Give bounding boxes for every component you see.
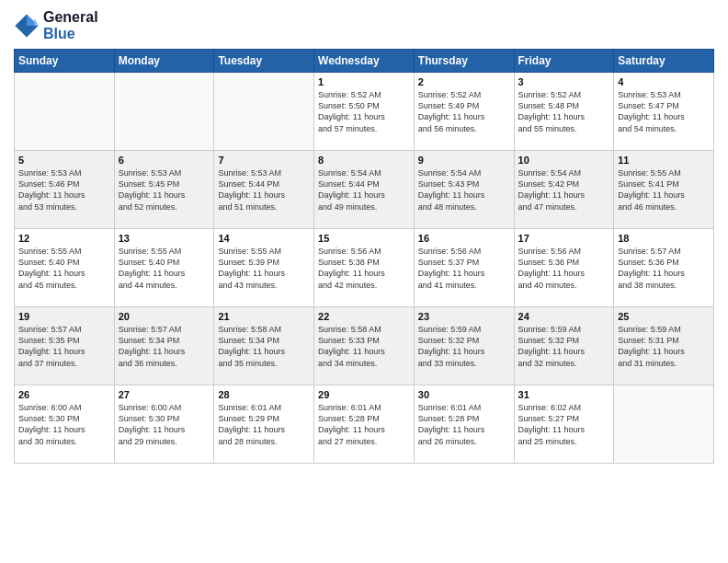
day-info: Sunrise: 5:52 AM Sunset: 5:49 PM Dayligh… [418, 89, 510, 134]
day-number: 10 [518, 155, 610, 166]
day-number: 9 [418, 155, 510, 166]
day-info: Sunrise: 5:54 AM Sunset: 5:42 PM Dayligh… [518, 167, 610, 213]
day-cell: 28Sunrise: 6:01 AM Sunset: 5:29 PM Dayli… [214, 385, 314, 464]
day-number: 29 [318, 389, 410, 400]
day-cell: 26Sunrise: 6:00 AM Sunset: 5:30 PM Dayli… [15, 385, 115, 464]
day-number: 27 [119, 389, 210, 400]
day-cell: 10Sunrise: 5:54 AM Sunset: 5:42 PM Dayli… [514, 151, 614, 229]
day-number: 7 [218, 155, 310, 166]
day-number: 8 [318, 155, 410, 166]
day-number: 16 [418, 233, 510, 244]
day-info: Sunrise: 6:00 AM Sunset: 5:30 PM Dayligh… [18, 402, 110, 447]
day-number: 30 [418, 389, 510, 400]
day-cell: 24Sunrise: 5:59 AM Sunset: 5:32 PM Dayli… [514, 307, 614, 385]
logo-icon [14, 13, 40, 39]
day-number: 6 [119, 155, 210, 166]
day-info: Sunrise: 5:59 AM Sunset: 5:32 PM Dayligh… [518, 324, 610, 369]
day-cell [614, 385, 714, 464]
day-cell: 14Sunrise: 5:55 AM Sunset: 5:39 PM Dayli… [214, 229, 314, 307]
day-info: Sunrise: 5:53 AM Sunset: 5:47 PM Dayligh… [618, 89, 710, 134]
weekday-header-tuesday: Tuesday [214, 50, 314, 73]
day-cell: 3Sunrise: 5:52 AM Sunset: 5:48 PM Daylig… [514, 73, 614, 151]
day-info: Sunrise: 5:59 AM Sunset: 5:32 PM Dayligh… [418, 324, 510, 369]
weekday-header-saturday: Saturday [614, 50, 714, 73]
day-cell [15, 73, 115, 151]
day-cell: 2Sunrise: 5:52 AM Sunset: 5:49 PM Daylig… [414, 73, 514, 151]
day-cell: 7Sunrise: 5:53 AM Sunset: 5:44 PM Daylig… [214, 151, 314, 229]
day-number: 22 [318, 311, 410, 322]
day-info: Sunrise: 5:52 AM Sunset: 5:48 PM Dayligh… [518, 89, 610, 134]
day-cell: 11Sunrise: 5:55 AM Sunset: 5:41 PM Dayli… [614, 151, 714, 229]
logo-text: General Blue [43, 9, 98, 41]
week-row-5: 26Sunrise: 6:00 AM Sunset: 5:30 PM Dayli… [15, 385, 714, 464]
day-info: Sunrise: 5:55 AM Sunset: 5:40 PM Dayligh… [18, 246, 110, 291]
day-number: 28 [218, 389, 310, 400]
day-number: 21 [218, 311, 310, 322]
day-info: Sunrise: 5:57 AM Sunset: 5:34 PM Dayligh… [119, 324, 210, 369]
day-info: Sunrise: 5:53 AM Sunset: 5:46 PM Dayligh… [18, 167, 110, 213]
day-info: Sunrise: 5:58 AM Sunset: 5:33 PM Dayligh… [318, 324, 410, 369]
day-number: 23 [418, 311, 510, 322]
day-number: 3 [518, 76, 610, 87]
day-number: 13 [119, 233, 210, 244]
day-info: Sunrise: 6:01 AM Sunset: 5:28 PM Dayligh… [318, 402, 410, 447]
day-cell: 20Sunrise: 5:57 AM Sunset: 5:34 PM Dayli… [114, 307, 214, 385]
day-cell: 13Sunrise: 5:55 AM Sunset: 5:40 PM Dayli… [114, 229, 214, 307]
week-row-4: 19Sunrise: 5:57 AM Sunset: 5:35 PM Dayli… [15, 307, 714, 385]
day-info: Sunrise: 5:57 AM Sunset: 5:36 PM Dayligh… [618, 246, 710, 291]
day-info: Sunrise: 6:01 AM Sunset: 5:29 PM Dayligh… [218, 402, 310, 447]
day-cell: 8Sunrise: 5:54 AM Sunset: 5:44 PM Daylig… [314, 151, 415, 229]
day-cell [114, 73, 214, 151]
day-info: Sunrise: 5:54 AM Sunset: 5:43 PM Dayligh… [418, 167, 510, 213]
day-number: 12 [18, 233, 110, 244]
day-cell [214, 73, 314, 151]
day-number: 25 [618, 311, 710, 322]
day-info: Sunrise: 5:55 AM Sunset: 5:41 PM Dayligh… [618, 167, 710, 213]
day-info: Sunrise: 5:59 AM Sunset: 5:31 PM Dayligh… [618, 324, 710, 369]
day-cell: 15Sunrise: 5:56 AM Sunset: 5:38 PM Dayli… [314, 229, 415, 307]
day-info: Sunrise: 5:56 AM Sunset: 5:37 PM Dayligh… [418, 246, 510, 291]
day-info: Sunrise: 5:56 AM Sunset: 5:38 PM Dayligh… [318, 246, 410, 291]
day-info: Sunrise: 5:54 AM Sunset: 5:44 PM Dayligh… [318, 167, 410, 213]
page: General Blue SundayMondayTuesdayWednesda… [0, 0, 728, 563]
day-info: Sunrise: 5:53 AM Sunset: 5:45 PM Dayligh… [119, 167, 210, 213]
day-cell: 4Sunrise: 5:53 AM Sunset: 5:47 PM Daylig… [614, 73, 714, 151]
day-number: 24 [518, 311, 610, 322]
day-cell: 27Sunrise: 6:00 AM Sunset: 5:30 PM Dayli… [114, 385, 214, 464]
day-info: Sunrise: 6:01 AM Sunset: 5:28 PM Dayligh… [418, 402, 510, 447]
day-cell: 29Sunrise: 6:01 AM Sunset: 5:28 PM Dayli… [314, 385, 415, 464]
day-cell: 5Sunrise: 5:53 AM Sunset: 5:46 PM Daylig… [15, 151, 115, 229]
day-info: Sunrise: 5:58 AM Sunset: 5:34 PM Dayligh… [218, 324, 310, 369]
day-info: Sunrise: 5:53 AM Sunset: 5:44 PM Dayligh… [218, 167, 310, 213]
weekday-header-monday: Monday [114, 50, 214, 73]
header: General Blue [14, 9, 714, 41]
day-number: 19 [18, 311, 110, 322]
day-cell: 31Sunrise: 6:02 AM Sunset: 5:27 PM Dayli… [514, 385, 614, 464]
day-number: 26 [18, 389, 110, 400]
svg-marker-2 [34, 17, 38, 25]
day-number: 5 [18, 155, 110, 166]
weekday-header-sunday: Sunday [15, 50, 115, 73]
day-info: Sunrise: 6:00 AM Sunset: 5:30 PM Dayligh… [119, 402, 210, 447]
day-number: 15 [318, 233, 410, 244]
day-info: Sunrise: 5:55 AM Sunset: 5:39 PM Dayligh… [218, 246, 310, 291]
weekday-header-wednesday: Wednesday [314, 50, 415, 73]
day-number: 2 [418, 76, 510, 87]
day-cell: 12Sunrise: 5:55 AM Sunset: 5:40 PM Dayli… [15, 229, 115, 307]
day-info: Sunrise: 5:56 AM Sunset: 5:36 PM Dayligh… [518, 246, 610, 291]
day-cell: 18Sunrise: 5:57 AM Sunset: 5:36 PM Dayli… [614, 229, 714, 307]
day-cell: 17Sunrise: 5:56 AM Sunset: 5:36 PM Dayli… [514, 229, 614, 307]
day-cell: 21Sunrise: 5:58 AM Sunset: 5:34 PM Dayli… [214, 307, 314, 385]
calendar: SundayMondayTuesdayWednesdayThursdayFrid… [14, 49, 714, 464]
day-number: 11 [618, 155, 710, 166]
day-cell: 9Sunrise: 5:54 AM Sunset: 5:43 PM Daylig… [414, 151, 514, 229]
logo: General Blue [14, 9, 98, 41]
week-row-1: 1Sunrise: 5:52 AM Sunset: 5:50 PM Daylig… [15, 73, 714, 151]
weekday-header-thursday: Thursday [414, 50, 514, 73]
day-info: Sunrise: 5:57 AM Sunset: 5:35 PM Dayligh… [18, 324, 110, 369]
day-cell: 19Sunrise: 5:57 AM Sunset: 5:35 PM Dayli… [15, 307, 115, 385]
day-cell: 6Sunrise: 5:53 AM Sunset: 5:45 PM Daylig… [114, 151, 214, 229]
day-cell: 23Sunrise: 5:59 AM Sunset: 5:32 PM Dayli… [414, 307, 514, 385]
day-number: 20 [119, 311, 210, 322]
day-number: 4 [618, 76, 710, 87]
